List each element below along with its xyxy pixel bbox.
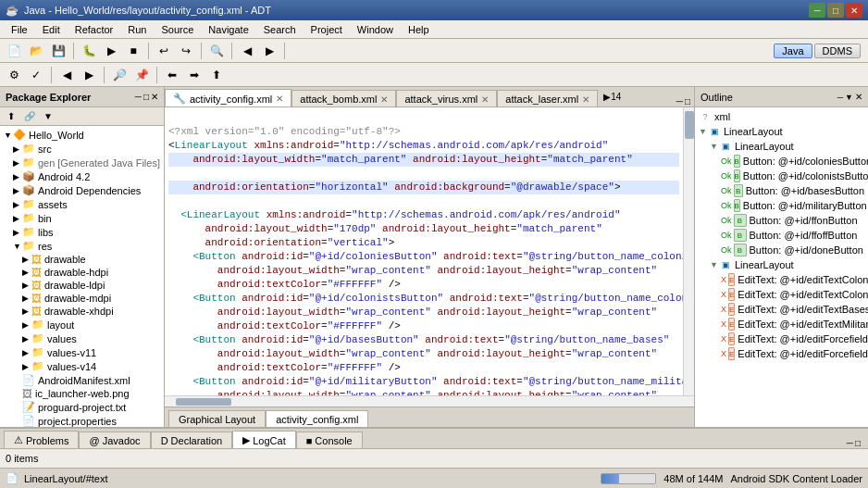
bottom-minimize-icon[interactable]: ─ <box>847 438 853 448</box>
run-button[interactable]: ▶ <box>101 42 121 60</box>
menu-run[interactable]: Run <box>120 22 154 37</box>
outline-linearlayout-root[interactable]: ▼ ▣ LinearLayout <box>697 124 866 139</box>
tb2-btn2[interactable]: ✓ <box>26 66 46 84</box>
tab-problems[interactable]: ⚠ Problems <box>4 431 79 448</box>
close-button[interactable]: ✕ <box>846 3 862 18</box>
tree-arrow[interactable]: ▼ <box>4 131 13 140</box>
outline-btn-ffon[interactable]: Ok B Button: @+id/ffonButton <box>697 213 866 228</box>
tree-arrow[interactable]: ▶ <box>13 214 22 223</box>
tree-arrow[interactable]: ▶ <box>13 172 22 181</box>
tab-close-button[interactable]: ✕ <box>276 94 283 104</box>
tb2-btn9[interactable]: ⬆ <box>206 66 227 84</box>
tree-arrow[interactable]: ▶ <box>13 158 22 168</box>
outline-btn-colonists[interactable]: Ok B Button: @+id/colonistsButton <box>697 169 866 183</box>
tree-arrow[interactable]: ▶ <box>22 294 31 303</box>
tree-item-manifest[interactable]: 📄 AndroidManifest.xml <box>2 373 162 387</box>
tree-item-libs[interactable]: ▶ 📁 libs <box>2 225 162 239</box>
tree-item-assets[interactable]: ▶ 📁 assets <box>2 197 162 211</box>
tb2-btn4[interactable]: ▶ <box>79 66 99 84</box>
tb2-btn6[interactable]: 📌 <box>131 66 152 84</box>
save-button[interactable]: 💾 <box>48 42 68 60</box>
tree-arrow[interactable]: ▶ <box>22 348 31 357</box>
tree-arrow[interactable]: ▼ <box>13 242 22 251</box>
tree-item-values[interactable]: ▶ 📁 values <box>2 332 162 345</box>
tree-item-hello-world[interactable]: ▼ 🔶 Hello_World <box>2 128 162 142</box>
tab-close-button[interactable]: ✕ <box>582 94 589 105</box>
outline-xml-decl[interactable]: ? xml <box>697 109 866 124</box>
outline-btn-military[interactable]: Ok B Button: @+id/militaryButton <box>697 198 866 213</box>
debug-button[interactable]: 🐛 <box>79 42 99 60</box>
tb2-btn5[interactable]: 🔎 <box>109 66 130 84</box>
outline-edit-military[interactable]: X E EditText: @+id/editTextMilitary <box>697 317 866 332</box>
menu-help[interactable]: Help <box>401 22 437 37</box>
tree-item-bin[interactable]: ▶ 📁 bin <box>2 211 162 225</box>
menu-navigate[interactable]: Navigate <box>201 22 255 37</box>
tb2-btn1[interactable]: ⚙ <box>4 66 24 84</box>
perspective-ddms[interactable]: DDMS <box>814 44 861 58</box>
menu-source[interactable]: Source <box>154 22 201 37</box>
tree-item-drawable-xhdpi[interactable]: ▶ 🖼 drawable-xhdpi <box>2 305 162 318</box>
outline-close[interactable]: ✕ <box>855 92 862 102</box>
horizontal-scrollbar[interactable] <box>165 395 694 407</box>
code-content[interactable]: <?xml version="1.0" encoding="utf-8"?> <… <box>165 107 683 395</box>
tree-arrow[interactable]: ▶ <box>13 200 22 209</box>
tab-activity-config[interactable]: 🔧 activity_config.xml ✕ <box>165 89 291 106</box>
tree-arrow[interactable]: ▶ <box>13 144 22 154</box>
open-button[interactable]: 📂 <box>26 42 46 60</box>
tree-arrow[interactable]: ▼ <box>699 127 708 136</box>
vertical-scrollbar[interactable] <box>683 107 694 395</box>
outline-btn-colonies[interactable]: Ok B Button: @+id/coloniesButton <box>697 154 866 169</box>
new-button[interactable]: 📄 <box>4 42 24 60</box>
menu-search[interactable]: Search <box>256 22 304 37</box>
undo-button[interactable]: ↩ <box>154 42 174 60</box>
outline-btn-bases[interactable]: Ok B Button: @+id/basesButton <box>697 183 866 198</box>
tabs-overflow-button[interactable]: ▶14 <box>598 89 626 105</box>
tab-declaration[interactable]: D Declaration <box>151 432 233 448</box>
outline-edit-forcefield-off[interactable]: X E EditText: @+id/editForcefieldOff <box>697 346 866 361</box>
tree-item-drawable-hdpi[interactable]: ▶ 🖼 drawable-hdpi <box>2 266 162 279</box>
tree-item-gen[interactable]: ▶ 📁 gen [Generated Java Files] <box>2 156 162 169</box>
menu-edit[interactable]: Edit <box>35 22 68 37</box>
close-panel-icon[interactable]: ✕ <box>151 92 158 102</box>
tab-logcat[interactable]: ▶ LogCat <box>232 431 295 448</box>
tb2-btn3[interactable]: ◀ <box>56 66 77 84</box>
tree-arrow[interactable]: ▼ <box>710 142 719 151</box>
xml-source-tab[interactable]: activity_config.xml <box>266 410 368 427</box>
outline-minimize[interactable]: ─ <box>837 93 843 102</box>
package-tree[interactable]: ▼ 🔶 Hello_World ▶ 📁 src ▶ 📁 gen [Generat… <box>0 126 164 427</box>
tree-item-ic-launcher[interactable]: 🖼 ic_launcher-web.png <box>2 387 162 400</box>
link-with-editor-button[interactable]: 🔗 <box>21 109 38 124</box>
tree-item-android-dep[interactable]: ▶ 📦 Android Dependencies <box>2 183 162 197</box>
outline-edit-bases[interactable]: X E EditText: @+id/editTextBases <box>697 302 866 317</box>
outline-edit-colonies[interactable]: X E EditText: @+id/editTextColonies <box>697 272 866 287</box>
outline-tree[interactable]: ? xml ▼ ▣ LinearLayout ▼ ▣ LinearLayout … <box>695 107 868 427</box>
tree-item-project-props[interactable]: 📄 project.properties <box>2 414 162 427</box>
tree-item-src[interactable]: ▶ 📁 src <box>2 142 162 156</box>
menu-project[interactable]: Project <box>304 22 350 37</box>
tree-item-drawable[interactable]: ▶ 🖼 drawable <box>2 253 162 266</box>
tree-arrow[interactable]: ▼ <box>710 260 719 269</box>
minimize-button[interactable]: ─ <box>809 3 825 18</box>
tree-arrow[interactable]: ▶ <box>22 334 31 344</box>
minimize-panel-icon[interactable]: ─ <box>135 92 142 102</box>
editor-maximize-icon[interactable]: □ <box>685 96 690 106</box>
outline-menu[interactable]: ▼ <box>845 93 853 102</box>
tb2-btn8[interactable]: ➡ <box>184 66 205 84</box>
tree-arrow[interactable]: ▶ <box>22 281 31 290</box>
maximize-panel-icon[interactable]: □ <box>143 92 149 102</box>
tree-arrow[interactable]: ▶ <box>22 255 31 264</box>
outline-edit-colonists[interactable]: X E EditText: @+id/editTextColonists <box>697 287 866 302</box>
outline-btn-ffoff[interactable]: Ok B Button: @+id/ffoffButton <box>697 228 866 243</box>
menu-window[interactable]: Window <box>350 22 401 37</box>
code-editor-scroll[interactable]: <?xml version="1.0" encoding="utf-8"?> <… <box>165 107 683 395</box>
tab-attack-laser[interactable]: attack_laser.xml ✕ <box>497 90 598 106</box>
tree-arrow[interactable]: ▶ <box>22 320 31 330</box>
menu-file[interactable]: File <box>4 22 35 37</box>
redo-button[interactable]: ↪ <box>176 42 196 60</box>
perspective-java[interactable]: Java <box>774 44 812 58</box>
back-button[interactable]: ◀ <box>237 42 257 60</box>
tb2-btn7[interactable]: ⬅ <box>162 66 182 84</box>
search-button[interactable]: 🔍 <box>206 42 227 60</box>
tree-item-values-v11[interactable]: ▶ 📁 values-v11 <box>2 345 162 359</box>
stop-button[interactable]: ■ <box>123 42 143 60</box>
